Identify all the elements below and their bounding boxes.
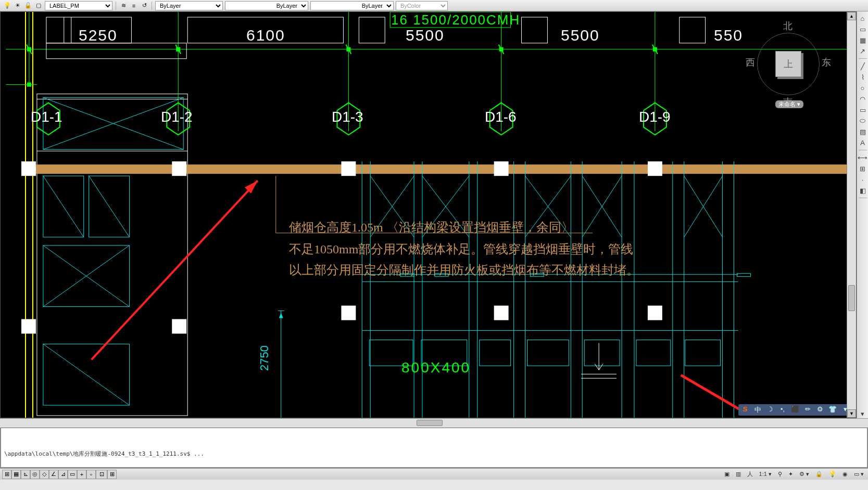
ime-status-bar[interactable]: S 中 ☽ •, ⬛ ✏ ⚙ 👕 ▾: [738, 404, 852, 416]
svg-rect-56: [172, 319, 186, 333]
svg-rect-99: [685, 340, 721, 366]
separator: [116, 2, 116, 10]
model-paper-toggle[interactable]: ▣: [722, 471, 732, 478]
svg-rect-55: [21, 319, 36, 333]
svg-rect-52: [341, 161, 356, 176]
grid-label: D1-1: [31, 109, 62, 125]
color-control-dropdown[interactable]: ByLayer: [155, 1, 223, 10]
layer-square-icon[interactable]: ▢: [34, 2, 43, 10]
horizontal-scrollbar[interactable]: [0, 418, 868, 428]
apps-icon[interactable]: ▦: [858, 35, 867, 45]
dim-text: 5250: [79, 27, 118, 44]
scroll-thumb[interactable]: [848, 285, 855, 311]
circle-icon[interactable]: ○: [858, 83, 867, 93]
ime-gear-icon[interactable]: ⚙: [815, 405, 825, 415]
layout-icon[interactable]: ▥: [734, 471, 743, 478]
right-toolbar: ⌂ ▭ ▦ ↗ ╱ ⌇ ○ ◠ ▭ ⬭ ▨ A ⟷ ⊞ · ◧ ▾: [857, 11, 868, 418]
lock-icon[interactable]: 🔓: [24, 2, 32, 10]
drawing-canvas[interactable]: 5250 6100 5500 5500 550 16 1500/2000CMH …: [1, 12, 856, 418]
scroll-down-arrow[interactable]: ▼: [847, 409, 856, 418]
note-text-line1: 储烟仓高度1.05m 〈沿结构梁设置挡烟垂壁，余同〉: [289, 219, 574, 236]
hatch-icon[interactable]: ▨: [858, 127, 867, 136]
layer-prev-icon[interactable]: ↺: [140, 2, 148, 10]
lwt-button[interactable]: +: [77, 470, 86, 479]
select-icon[interactable]: ▭: [858, 24, 867, 34]
ime-moon-icon[interactable]: ☽: [765, 405, 775, 415]
cad-drawing: [1, 12, 856, 418]
svg-rect-38: [522, 17, 548, 43]
osnap-button[interactable]: ◇: [40, 470, 49, 479]
ime-lang-icon[interactable]: 中: [753, 405, 762, 415]
annotation-scale-icon[interactable]: 人: [745, 470, 755, 478]
svg-rect-96: [527, 340, 569, 366]
nav-down-icon[interactable]: ▾: [858, 409, 867, 418]
ime-logo-icon[interactable]: S: [740, 405, 750, 415]
svg-line-30: [89, 176, 130, 237]
isolate-objects-icon[interactable]: ◉: [840, 471, 850, 478]
snap-button[interactable]: ⊞: [2, 470, 11, 479]
dim-text: 550: [714, 27, 743, 44]
clean-screen-icon[interactable]: ▭ ▾: [852, 471, 866, 478]
plotstyle-dropdown[interactable]: ByColor: [396, 1, 448, 10]
svg-rect-39: [680, 17, 706, 43]
house-nav-icon[interactable]: ⌂: [858, 14, 867, 23]
arrow-icon[interactable]: ↗: [858, 46, 867, 56]
polar-button[interactable]: ◎: [30, 470, 40, 479]
polyline-icon[interactable]: ⌇: [858, 72, 867, 82]
annotation-scale[interactable]: 1:1 ▾: [757, 471, 774, 478]
sun-freeze-icon[interactable]: ☀: [14, 2, 22, 10]
table-icon[interactable]: ⊞: [858, 164, 867, 173]
vertical-scrollbar[interactable]: ▲ ▼: [847, 12, 856, 418]
status-bar: ⊞ ▦ ⊾ ◎ ◇ ∠ ⊿ ▭ + ▫ ⊡ ⊞ ▣ ▥ 人 1:1 ▾ ⚲ ✦ …: [0, 468, 868, 480]
arc-icon[interactable]: ◠: [858, 94, 867, 104]
layer-dropdown[interactable]: LABEL_PM: [45, 1, 112, 10]
layer-states-icon[interactable]: ≋: [119, 2, 128, 10]
ime-skin-icon[interactable]: 👕: [828, 405, 837, 415]
command-line[interactable]: \appdata\local\temp\地库分割暖施-0924_t3_t3_1_…: [0, 428, 868, 468]
svg-rect-107: [23, 162, 30, 170]
model-button[interactable]: ⊡: [96, 470, 107, 479]
scroll-up-arrow[interactable]: ▲: [847, 12, 856, 20]
svg-line-29: [43, 176, 84, 237]
linetype-dropdown[interactable]: ByLayer: [225, 1, 308, 10]
annotation-autoscale-icon[interactable]: ✦: [786, 471, 795, 478]
command-text: \appdata\local\temp\地库分割暖施-0924_t3_t3_1_…: [4, 450, 864, 458]
svg-rect-51: [172, 161, 186, 176]
lightbulb-icon[interactable]: 💡: [3, 2, 11, 10]
separator: [152, 2, 152, 10]
drawing-canvas-wrap: 5250 6100 5500 5500 550 16 1500/2000CMH …: [0, 11, 857, 418]
lineweight-dropdown[interactable]: ByLayer: [310, 1, 394, 10]
svg-rect-91: [737, 274, 750, 277]
ducs-button[interactable]: ⊿: [58, 470, 68, 479]
dim-icon[interactable]: ⟷: [858, 153, 867, 162]
block-icon[interactable]: ◧: [858, 186, 867, 195]
point-icon[interactable]: ·: [858, 175, 867, 184]
grid-label: D1-2: [161, 109, 193, 125]
scroll-track[interactable]: [847, 20, 856, 409]
ime-keyboard-icon[interactable]: ⬛: [790, 405, 800, 415]
otrack-button[interactable]: ∠: [49, 470, 58, 479]
svg-line-35: [43, 344, 130, 405]
layout-button[interactable]: ⊞: [107, 470, 117, 479]
line-icon[interactable]: ╱: [858, 61, 867, 71]
main-area: 5250 6100 5500 5500 550 16 1500/2000CMH …: [0, 11, 868, 418]
grid-button[interactable]: ▦: [11, 470, 21, 479]
dyn-button[interactable]: ▭: [68, 470, 77, 479]
svg-rect-59: [648, 306, 662, 320]
hscroll-thumb[interactable]: [417, 420, 443, 426]
ortho-button[interactable]: ⊾: [21, 470, 30, 479]
layer-match-icon[interactable]: ≡: [130, 2, 138, 10]
text-icon[interactable]: A: [858, 138, 867, 147]
dim-text: 6100: [246, 27, 285, 44]
ime-punct-icon[interactable]: •,: [778, 405, 787, 415]
ellipse-icon[interactable]: ⬭: [858, 116, 867, 125]
workspace-switch-icon[interactable]: ⚙ ▾: [797, 471, 811, 478]
rectangle-icon[interactable]: ▭: [858, 105, 867, 114]
toolbar-lock-icon[interactable]: 🔒: [813, 471, 825, 478]
ime-pencil-icon[interactable]: ✏: [803, 405, 812, 415]
qp-button[interactable]: ▫: [86, 470, 96, 479]
top-green-label: 16 1500/2000CMH: [391, 12, 520, 28]
hardware-accel-icon[interactable]: 💡: [827, 471, 838, 478]
annotation-visibility-icon[interactable]: ⚲: [776, 471, 784, 478]
status-right: ▣ ▥ 人 1:1 ▾ ⚲ ✦ ⚙ ▾ 🔒 💡 ◉ ▭ ▾: [722, 470, 866, 478]
